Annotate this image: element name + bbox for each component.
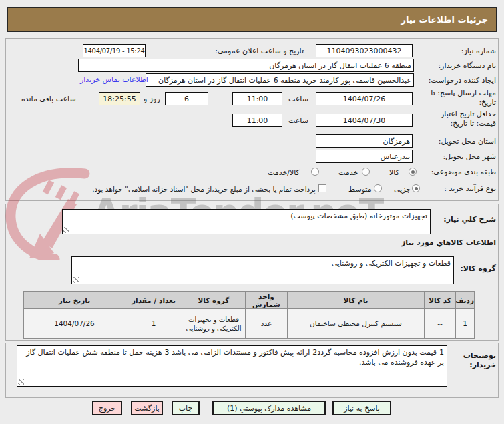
radio-goods[interactable] [409,168,417,176]
radio-selected-dot [415,187,418,190]
deadline-date-field[interactable]: 1404/07/26 [316,92,413,105]
cell-row-number: 1 [456,309,475,339]
validity-time-field[interactable]: 11:00 [232,114,282,127]
days-remaining-field[interactable]: 6 [165,92,208,105]
requester-field[interactable]: عبدالحسین قاسمی پور کارمند خرید منطقه 6 … [146,73,414,87]
radio-minor-label: جزیی [394,185,411,194]
treasury-checkbox[interactable] [318,184,326,192]
city-field[interactable]: بندرعباس [316,150,413,163]
col-header-need-date: تاریخ نیاز [24,292,125,309]
validity-date-field[interactable]: 1404/07/30 [316,114,413,127]
remaining-hours-label: ساعت باقي مانده [21,95,76,103]
need-desc-value: تجهیزات موتورخانه (طبق مشخصات پیوست) [290,212,427,220]
resize-grip-icon[interactable] [73,277,79,283]
need-number-value: 1104093023000432 [327,47,402,55]
cell-need-date: 1404/07/26 [24,309,125,339]
announce-datetime-value: 1404/07/19 - 15:24 [83,47,144,55]
page-title: جزئیات اطلاعات نیاز [401,15,488,25]
treasury-checkbox-label: پرداخت تمام یا بخشی از مبلغ خرید،از محل … [95,185,316,193]
city-value: بندرعباس [381,152,410,161]
need-desc-label: شرح کلي نیاز: [443,215,496,224]
cell-item-code: -- [425,309,456,339]
need-number-field[interactable]: 1104093023000432 [316,44,413,57]
category-label: طبقه بندی موضوعی: [431,168,496,176]
back-button[interactable]: بازگشت [131,401,163,415]
table-header-row: ردیف کد کالا نام کالا واحد شمارش گروه کا… [24,292,475,309]
goods-group-value: قطعات و تجهیزات الکتریکی و روشنایی [332,259,451,268]
view-attachments-button[interactable]: مشاهده مدارک پیوستي (1) [212,401,326,415]
buyer-contact-link[interactable]: اطلاعات تماس خریدار [80,75,148,84]
page-title-bar: جزئیات اطلاعات نیاز [7,7,497,32]
col-header-item-group: گروه کالا [182,292,246,309]
exit-button[interactable]: خروج [92,401,122,415]
radio-medium[interactable] [374,184,382,192]
days-label: روز و [144,95,160,103]
buyer-notes-value: 1-قیمت بدون ارزش افزوده محاسبه گردد2-ارا… [26,348,444,367]
col-header-item-code: کد کالا [425,292,456,309]
respond-to-need-button[interactable]: پاسخ به نیاز [332,401,391,415]
province-field[interactable]: هرمزگان [316,134,413,148]
province-value: هرمزگان [383,137,411,146]
requester-label: ایجاد کننده درخواست: [429,76,496,85]
validity-hour-label: ساعت [288,116,308,125]
deadline-time-field[interactable]: 11:00 [232,92,282,105]
validity-date-value: 1404/07/30 [343,116,385,125]
announce-datetime-label: تاریخ و ساعت اعلان عمومی: [215,47,304,55]
radio-medium-label: متوسط [348,185,372,194]
radio-service[interactable] [362,168,370,176]
need-details-page: AriaTender.neT جزئیات اطلاعات نیاز شماره… [0,0,504,424]
goods-group-textarea[interactable]: قطعات و تجهیزات الکتریکی و روشنایی [71,256,454,284]
price-validity-label: حداقل تاریخ اعتبار قیمت: تا تاریخ: [421,110,496,128]
col-header-unit: واحد شمارش [246,292,288,309]
deadline-time-value: 11:00 [247,95,268,103]
buyer-org-field[interactable]: منطقه 6 عملیات انتقال گاز در استان هرمزگ… [78,59,414,72]
buyer-notes-textarea[interactable]: 1-قیمت بدون ارزش افزوده محاسبه گردد2-ارا… [17,345,447,387]
print-button[interactable]: چاپ [172,401,200,415]
resize-grip-icon[interactable] [63,227,69,233]
cell-item-group: قطعات و تجهیزات الکتریکی و روشنایی [182,309,246,339]
time-remaining-field: 18:25:55 [99,92,140,105]
deadline-date-value: 1404/07/26 [343,95,385,103]
need-number-label: شماره نیاز: [461,47,496,55]
province-label: استان محل تحویل: [439,137,496,146]
col-header-item-name: نام کالا [288,292,425,309]
radio-goods-service-label: کالا/خدمت [268,168,300,177]
city-label: شهر محل تحویل: [443,152,496,161]
response-deadline-label: مهلت ارسال پاسخ: تا تاریخ: [421,89,496,108]
goods-group-label: گروه کالا: [460,264,496,273]
buyer-org-value: منطقه 6 عملیات انتقال گاز در استان هرمزگ… [269,61,411,70]
days-remaining-value: 6 [184,95,189,103]
buyer-org-label: نام دستگاه خریدار: [438,61,496,70]
radio-minor[interactable] [412,184,420,192]
col-header-row-number: ردیف [456,292,475,309]
radio-goods-label: کالا [389,168,399,177]
radio-service-label: خدمت [338,168,358,177]
process-type-label: نوع فرآیند خرید : [444,184,496,193]
col-header-quantity: تعداد / مقدار [125,292,182,309]
validity-time-value: 11:00 [247,116,268,125]
goods-section-title: اطلاعات کالاهاي مورد نیاز [401,238,496,247]
need-desc-textarea[interactable]: تجهیزات موتورخانه (طبق مشخصات پیوست) [62,209,431,234]
radio-goods-service[interactable] [311,168,319,176]
cell-unit: عدد [246,309,288,339]
cell-item-name: سیستم کنترل محیطی ساختمان [288,309,425,339]
announce-datetime-field[interactable]: 1404/07/19 - 15:24 [83,44,146,57]
time-remaining-value: 18:25:55 [103,95,136,103]
goods-table: ردیف کد کالا نام کالا واحد شمارش گروه کا… [23,291,475,339]
table-row: 1 -- سیستم کنترل محیطی ساختمان عدد قطعات… [24,309,475,339]
requester-value: عبدالحسین قاسمی پور کارمند خرید منطقه 6 … [158,76,411,85]
resize-grip-icon[interactable] [18,379,24,385]
radio-selected-dot [411,170,415,174]
cell-quantity: 1 [125,309,182,339]
deadline-hour-label: ساعت [288,95,308,103]
buyer-notes-label: توضیحات خریدار: [455,351,496,370]
